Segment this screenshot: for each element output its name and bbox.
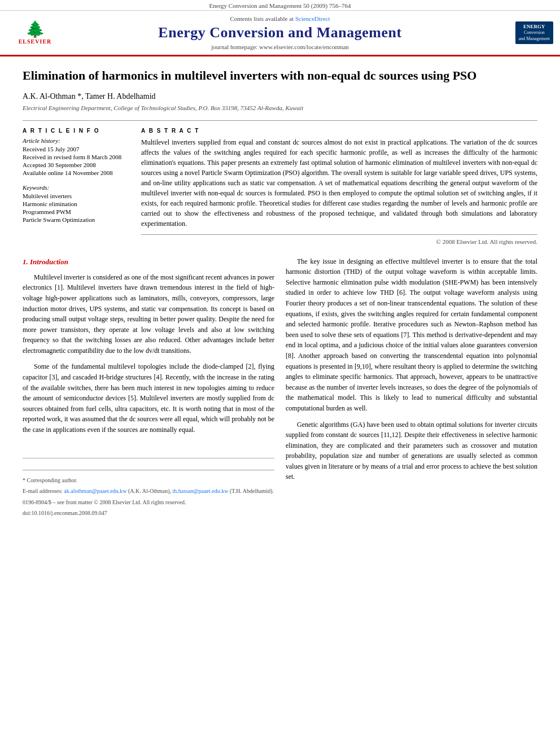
section-1-title: 1. Introduction: [23, 256, 274, 268]
authors-text: A.K. Al-Othman *, Tamer H. Abdelhamid: [23, 92, 156, 101]
email-2-name: (T.H. Abdelhamid).: [230, 488, 274, 494]
tree-icon: 🌲: [25, 21, 45, 37]
journal-badge: ENERGY Conversion and Management: [515, 21, 553, 44]
right-logo-area: ENERGY Conversion and Management: [497, 21, 553, 44]
keyword-3: Particle Swarm Optimization: [23, 216, 130, 223]
journal-title: Energy Conversion and Management: [63, 24, 497, 41]
email-label: E-mail addresses:: [23, 488, 63, 494]
body-left-para-0: Multilevel inverter is considered as one…: [23, 272, 274, 356]
contents-line: Contents lists available at ScienceDirec…: [63, 15, 497, 22]
keywords-label: Keywords:: [23, 184, 130, 191]
article-info-column: A R T I C L E I N F O Article history: R…: [23, 128, 130, 245]
abstract-heading: A B S T R A C T: [141, 128, 537, 134]
history-label: Article history:: [23, 137, 130, 144]
email-1[interactable]: ak.alothman@paaet.edu.kw: [64, 488, 126, 494]
copyright-line: © 2008 Elsevier Ltd. All rights reserved…: [141, 234, 537, 245]
journal-citation: Energy Conversion and Management 50 (200…: [0, 0, 560, 11]
footer-divider: [23, 458, 274, 458]
corresponding-author-note: * Corresponding author.: [23, 476, 274, 485]
citation-text: Energy Conversion and Management 50 (200…: [209, 2, 351, 9]
body-left-para-1: Some of the fundamental multilevel topol…: [23, 361, 274, 435]
keywords-section: Keywords: Multilevel inverters Harmonic …: [23, 184, 130, 223]
keyword-2: Programmed PWM: [23, 208, 130, 215]
elsevier-logo-area: 🌲 ELSEVIER: [7, 21, 63, 45]
article-info-heading: A R T I C L E I N F O: [23, 128, 130, 134]
elsevier-logo: 🌲 ELSEVIER: [7, 21, 63, 45]
keyword-1: Harmonic elimination: [23, 200, 130, 207]
article-title: Elimination of harmonics in multilevel i…: [23, 68, 537, 84]
footer-notes: * Corresponding author. E-mail addresses…: [23, 470, 274, 518]
affiliation: Electrical Engineering Department, Colle…: [23, 104, 537, 111]
body-right-column: The key issue in designing an effective …: [286, 256, 537, 520]
email-1-name: (A.K. Al-Othman),: [128, 488, 171, 494]
authors: A.K. Al-Othman *, Tamer H. Abdelhamid: [23, 92, 537, 101]
issn-line: 0196-8904/$ – see front matter © 2008 El…: [23, 498, 274, 507]
doi-line: doi:10.1016/j.enconman.2008.09.047: [23, 509, 274, 518]
journal-header: 🌲 ELSEVIER Contents lists available at S…: [0, 11, 560, 56]
info-abstract-row: A R T I C L E I N F O Article history: R…: [23, 120, 537, 245]
body-right-para-0: The key issue in designing an effective …: [286, 256, 537, 414]
history-online: Available online 14 November 2008: [23, 169, 130, 176]
body-right-para-1: Genetic algorithms (GA) have been used t…: [286, 420, 537, 483]
history-revised: Received in revised form 8 March 2008: [23, 154, 130, 160]
main-content: Elimination of harmonics in multilevel i…: [0, 56, 560, 531]
footnote-star: *: [23, 477, 25, 483]
keyword-0: Multilevel inverters: [23, 193, 130, 199]
history-received: Received 15 July 2007: [23, 146, 130, 152]
journal-title-area: Contents lists available at ScienceDirec…: [63, 15, 497, 50]
footer-area: * Corresponding author. E-mail addresses…: [23, 458, 274, 518]
email-2[interactable]: th.hassan@paaet.edu.kw: [173, 488, 229, 494]
abstract-column: A B S T R A C T Multilevel inverters sup…: [141, 128, 537, 245]
body-left-column: 1. Introduction Multilevel inverter is c…: [23, 256, 274, 520]
abstract-text: Multilevel inverters supplied from equal…: [141, 137, 537, 229]
elsevier-brand: ELSEVIER: [19, 38, 52, 45]
homepage-line: journal homepage: www.elsevier.com/locat…: [63, 43, 497, 50]
history-accepted: Accepted 30 September 2008: [23, 161, 130, 168]
body-columns: 1. Introduction Multilevel inverter is c…: [23, 256, 537, 520]
sciencedirect-link[interactable]: ScienceDirect: [295, 15, 330, 22]
email-footnote: E-mail addresses: ak.alothman@paaet.edu.…: [23, 487, 274, 496]
